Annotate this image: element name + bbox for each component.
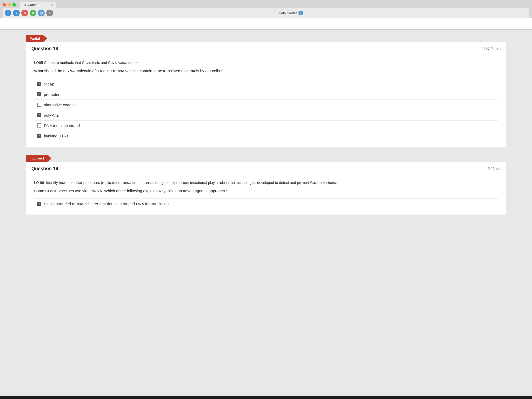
list-item: poly A tail	[34, 110, 498, 120]
address-bar-area: Help Center ?	[55, 11, 527, 15]
question-19-lo: LO 66- Identify how molecular processes …	[34, 180, 498, 185]
tab-bar: ⊙ Canvas ×	[3, 2, 529, 8]
list-item: DNA template strand	[34, 120, 498, 131]
browser-chrome: ⊙ Canvas × ‹ › ✕ ↺ ◎ Ā Help Center ?	[0, 0, 532, 18]
question-19-text: Some COVID vaccines use viral mRNA. Whic…	[34, 188, 498, 194]
question-19-block: Incorrect Question 19 0 / 1 pts LO 66- I…	[26, 155, 506, 215]
help-icon[interactable]: ?	[298, 11, 303, 15]
question-19-header: Incorrect	[26, 155, 506, 162]
partial-badge-container: Partial	[26, 35, 47, 42]
checkbox-checked-icon	[37, 82, 41, 86]
browser-tab[interactable]: ⊙ Canvas ×	[20, 2, 56, 8]
question-19-title: Question 19	[31, 166, 58, 171]
forward-button[interactable]: ›	[13, 10, 20, 16]
option-label: promoter	[44, 92, 59, 97]
tab-canvas-icon: ⊙	[24, 3, 26, 7]
question-18-title: Question 18	[31, 46, 58, 51]
question-18-options: 5' cap promoter alternative codons	[34, 79, 498, 141]
list-item: flanking UTRs	[34, 131, 498, 141]
question-18-lo: LO65 Compare methods that Covid tests an…	[34, 60, 498, 65]
checkbox-checked-icon	[37, 134, 41, 138]
partial-badge: Partial	[26, 35, 44, 42]
option-label: poly A tail	[44, 113, 60, 117]
traffic-lights	[3, 3, 16, 6]
question-19-card: Question 19 0 / 1 pts LO 66- Identify ho…	[26, 162, 506, 215]
incorrect-badge: Incorrect	[26, 155, 48, 162]
font-button[interactable]: Ā	[46, 10, 53, 16]
minimize-traffic-light[interactable]	[8, 3, 11, 6]
question-18-block: Partial Question 18 0.67 / 1 pts LO65 Co…	[26, 35, 506, 147]
checkbox-checked-icon	[37, 92, 41, 96]
question-19-title-row: Question 19 0 / 1 pts	[26, 162, 506, 175]
badge-arrow	[48, 155, 51, 162]
question-19-pts: 0 / 1 pts	[488, 167, 501, 171]
option-label: DNA template strand	[44, 123, 80, 128]
checkbox-unchecked-icon	[37, 103, 41, 107]
list-item: promoter	[34, 89, 498, 99]
option-label: Single stranded mRNA is better that doub…	[44, 202, 170, 206]
top-content-bar	[0, 18, 532, 30]
badge-arrow	[44, 35, 47, 42]
list-item: Single stranded mRNA is better that doub…	[34, 199, 498, 209]
back-button[interactable]: ‹	[5, 10, 11, 16]
fullscreen-traffic-light[interactable]	[12, 3, 16, 6]
option-label: flanking UTRs	[44, 134, 68, 138]
question-18-card: Question 18 0.67 / 1 pts LO65 Compare me…	[26, 42, 506, 147]
question-18-text: What should the mRNA molecule of a regul…	[34, 68, 498, 74]
checkbox-checked-icon	[37, 202, 41, 206]
tab-label: Canvas	[28, 3, 39, 7]
option-label: alternative codons	[44, 103, 76, 107]
refresh-button[interactable]: ↺	[30, 10, 36, 16]
page-content: Partial Question 18 0.67 / 1 pts LO65 Co…	[0, 18, 532, 396]
question-19-body: LO 66- Identify how molecular processes …	[26, 175, 506, 215]
tab-close-button[interactable]: ×	[51, 3, 53, 6]
question-18-pts: 0.67 / 1 pts	[483, 47, 501, 51]
list-item: 5' cap	[34, 79, 498, 89]
incorrect-badge-container: Incorrect	[26, 155, 51, 162]
nav-bar: ‹ › ✕ ↺ ◎ Ā Help Center ?	[3, 8, 529, 18]
option-label: 5' cap	[44, 82, 54, 86]
question-18-body: LO65 Compare methods that Covid tests an…	[26, 55, 506, 147]
stop-button[interactable]: ✕	[21, 10, 28, 16]
close-traffic-light[interactable]	[3, 3, 6, 6]
question-19-options: Single stranded mRNA is better that doub…	[34, 198, 498, 209]
bookmark-button[interactable]: ◎	[38, 10, 45, 16]
checkbox-checked-icon	[37, 113, 41, 117]
list-item: alternative codons	[34, 99, 498, 110]
help-center-link[interactable]: Help Center	[279, 11, 297, 15]
question-18-title-row: Question 18 0.67 / 1 pts	[26, 42, 506, 55]
checkbox-unchecked-icon	[37, 123, 41, 128]
question-18-header: Partial	[26, 35, 506, 42]
